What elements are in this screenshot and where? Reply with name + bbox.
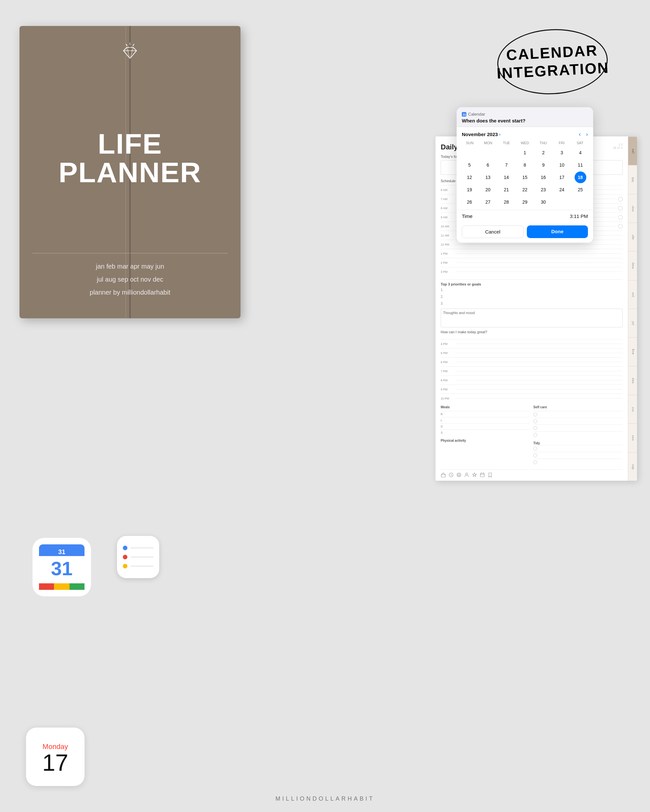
page-numbers: 1 2 16 17 1 bbox=[613, 143, 623, 150]
cal-cell-12[interactable]: 12 bbox=[463, 171, 475, 183]
cal-cell-2[interactable]: 2 bbox=[538, 147, 549, 159]
tidy-item-2[interactable] bbox=[533, 452, 623, 459]
thoughts-box[interactable]: Thoughts and mood bbox=[441, 308, 623, 327]
cancel-button[interactable]: Cancel bbox=[462, 226, 523, 238]
svg-point-17 bbox=[466, 473, 468, 475]
cal-cell-5[interactable]: 5 bbox=[463, 159, 475, 171]
svg-point-16 bbox=[458, 474, 460, 476]
cal-cell-30[interactable]: 30 bbox=[538, 196, 549, 208]
cal-cell-29[interactable]: 29 bbox=[519, 196, 531, 208]
month-tab-aug[interactable]: aug bbox=[628, 337, 637, 366]
cal-cell-11[interactable]: 11 bbox=[575, 159, 586, 171]
time-9am: 9 AM bbox=[441, 216, 455, 219]
cal-cell bbox=[482, 147, 494, 159]
home-icon[interactable] bbox=[441, 472, 446, 478]
meal-s[interactable]: S bbox=[441, 429, 530, 435]
tidy-item-1[interactable] bbox=[533, 445, 623, 452]
ios-widget-date: 17 bbox=[42, 751, 68, 774]
self-care-item-4[interactable] bbox=[533, 431, 623, 438]
cal-cell-13[interactable]: 13 bbox=[482, 171, 494, 183]
calendar-grid[interactable]: 1 2 3 4 5 6 7 8 9 10 11 12 13 14 15 16 1… bbox=[457, 147, 593, 208]
self-care-item-1[interactable] bbox=[533, 411, 623, 418]
done-button[interactable]: Done bbox=[527, 226, 588, 238]
month-tab-may[interactable]: may bbox=[628, 251, 637, 280]
cal-cell-4[interactable]: 4 bbox=[575, 147, 586, 159]
time-2pm: 2 PM bbox=[441, 261, 455, 264]
cal-cell-22[interactable]: 22 bbox=[519, 184, 531, 195]
cal-cell-15[interactable]: 15 bbox=[519, 171, 531, 183]
cal-cell-8[interactable]: 8 bbox=[519, 159, 531, 171]
time-label: Time bbox=[462, 214, 473, 219]
month-tab-mar[interactable]: mar bbox=[628, 194, 637, 223]
reminders-app-icon[interactable] bbox=[117, 536, 159, 578]
cal-cell-24[interactable]: 24 bbox=[556, 184, 568, 195]
cal-cell-28[interactable]: 28 bbox=[500, 196, 512, 208]
svg-rect-33 bbox=[39, 586, 84, 590]
meal-l[interactable]: L bbox=[441, 417, 530, 423]
month-tab-dec[interactable]: dec bbox=[628, 452, 637, 481]
meal-d[interactable]: D bbox=[441, 423, 530, 429]
month-tab-feb[interactable]: feb bbox=[628, 165, 637, 194]
cal-cell-19[interactable]: 19 bbox=[463, 184, 475, 195]
cal-cell-25[interactable]: 25 bbox=[575, 184, 586, 195]
star-icon[interactable] bbox=[472, 472, 477, 478]
self-care-item-2[interactable] bbox=[533, 418, 623, 424]
tidy-circle bbox=[533, 447, 537, 450]
calendar-icon[interactable] bbox=[480, 472, 485, 478]
check-circle[interactable] bbox=[618, 197, 623, 201]
bookmark-icon[interactable] bbox=[488, 472, 493, 478]
meal-b[interactable]: B bbox=[441, 411, 530, 417]
month-tab-nov[interactable]: nov bbox=[628, 423, 637, 452]
svg-line-1 bbox=[133, 44, 134, 46]
cal-cell-3[interactable]: 3 bbox=[556, 147, 568, 159]
schedule-label: Schedule bbox=[441, 179, 456, 183]
priority-3[interactable]: 3. bbox=[441, 302, 623, 305]
nav-arrows[interactable]: ‹ › bbox=[579, 131, 588, 138]
next-month-arrow[interactable]: › bbox=[586, 131, 588, 138]
cal-cell-23[interactable]: 23 bbox=[538, 184, 549, 195]
cal-cell-7[interactable]: 7 bbox=[500, 159, 512, 171]
priority-1[interactable]: 1. bbox=[441, 288, 623, 292]
month-tab-sep[interactable]: sep bbox=[628, 366, 637, 395]
self-care-item-3[interactable] bbox=[533, 424, 623, 431]
prev-month-arrow[interactable]: ‹ bbox=[579, 131, 581, 138]
month-tab-apr[interactable]: apr bbox=[628, 223, 637, 251]
physical-activity-label: Physical activity bbox=[441, 439, 530, 443]
cal-cell-18-today[interactable]: 18 bbox=[575, 171, 586, 183]
clock-icon[interactable] bbox=[448, 472, 454, 478]
month-tab-jan[interactable]: jan bbox=[628, 136, 637, 165]
google-calendar-icon[interactable]: 31 31 bbox=[32, 538, 91, 598]
month-tab-jul[interactable]: jul bbox=[628, 308, 637, 337]
time-3pm: 3 PM bbox=[441, 270, 455, 273]
cal-cell-9[interactable]: 9 bbox=[538, 159, 549, 171]
schedule-row-9pm: 9 PM bbox=[441, 385, 623, 394]
time-7am: 7 AM bbox=[441, 197, 455, 201]
cal-cell-21[interactable]: 21 bbox=[500, 184, 512, 195]
month-tab-oct[interactable]: oct bbox=[628, 395, 637, 423]
cal-cell-20[interactable]: 20 bbox=[482, 184, 494, 195]
ios-date-widget[interactable]: Monday 17 bbox=[26, 728, 84, 786]
month-tab-jun[interactable]: jun bbox=[628, 280, 637, 308]
footer-text: MILLIONDOLLARHABIT bbox=[275, 795, 375, 802]
check-circle[interactable] bbox=[618, 215, 623, 220]
calendar-nav: November 2023 › ‹ › bbox=[457, 127, 593, 140]
ios-calendar-popup[interactable]: 31 Calendar When does the event start? N… bbox=[457, 107, 593, 243]
cal-cell-17[interactable]: 17 bbox=[556, 171, 568, 183]
schedule-row-3pm: 3 PM bbox=[441, 267, 623, 276]
cal-cell-1[interactable]: 1 bbox=[519, 147, 531, 159]
cal-cell bbox=[463, 147, 475, 159]
cal-cell-16[interactable]: 16 bbox=[538, 171, 549, 183]
person-icon[interactable] bbox=[464, 472, 469, 478]
check-circle[interactable] bbox=[618, 206, 623, 211]
cal-cell-14[interactable]: 14 bbox=[500, 171, 512, 183]
self-care-circle bbox=[533, 433, 537, 437]
cal-cell-27[interactable]: 27 bbox=[482, 196, 494, 208]
tidy-item-3[interactable] bbox=[533, 459, 623, 466]
target-icon[interactable] bbox=[456, 472, 462, 478]
cal-cell-26[interactable]: 26 bbox=[463, 196, 475, 208]
priority-2[interactable]: 2. bbox=[441, 295, 623, 299]
cal-cell-6[interactable]: 6 bbox=[482, 159, 494, 171]
cal-cell-10[interactable]: 10 bbox=[556, 159, 568, 171]
time-10am: 10 AM bbox=[441, 225, 455, 228]
check-circle[interactable] bbox=[618, 224, 623, 229]
